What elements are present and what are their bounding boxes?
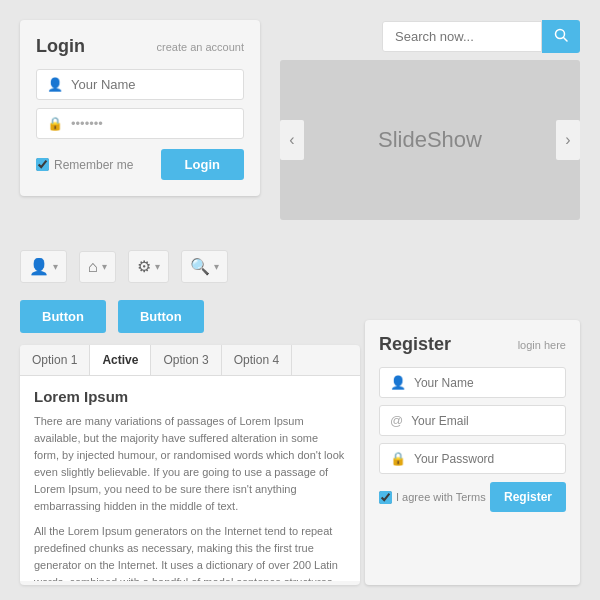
chevron-down-icon: ▾ — [53, 261, 58, 272]
reg-password-input[interactable] — [414, 452, 555, 466]
user-icon: 👤 — [390, 375, 406, 390]
remember-me-label[interactable]: Remember me — [36, 158, 133, 172]
reg-name-field: 👤 — [379, 367, 566, 398]
login-header: Login create an account — [36, 36, 244, 57]
search-button[interactable] — [542, 20, 580, 53]
chevron-down-icon: ▾ — [155, 261, 160, 272]
remember-text: Remember me — [54, 158, 133, 172]
tab-active[interactable]: Active — [90, 345, 151, 375]
user-icon: 👤 — [47, 77, 63, 92]
chevron-down-icon: ▾ — [214, 261, 219, 272]
login-title: Login — [36, 36, 85, 57]
content-title: Lorem Ipsum — [34, 388, 346, 405]
reg-footer: I agree with Terms Register — [379, 482, 566, 512]
login-footer: Remember me Login — [36, 149, 244, 180]
reg-password-field: 🔒 — [379, 443, 566, 474]
login-here-link[interactable]: login here — [518, 339, 566, 351]
register-button[interactable]: Register — [490, 482, 566, 512]
nav-icons: 👤 ▾ ⌂ ▾ ⚙ ▾ 🔍 ▾ — [20, 250, 228, 283]
home-nav-group[interactable]: ⌂ ▾ — [79, 251, 116, 283]
create-account-link[interactable]: create an account — [157, 41, 244, 53]
lock-icon: 🔒 — [390, 451, 406, 466]
slideshow-prev-button[interactable]: ‹ — [280, 120, 304, 160]
login-button[interactable]: Login — [161, 149, 244, 180]
register-header: Register login here — [379, 334, 566, 355]
button-1[interactable]: Button — [20, 300, 106, 333]
tab-option1[interactable]: Option 1 — [20, 345, 90, 375]
content-paragraph-1: There are many variations of passages of… — [34, 413, 346, 515]
agree-checkbox[interactable] — [379, 491, 392, 504]
reg-email-input[interactable] — [411, 414, 555, 428]
tab-option4[interactable]: Option 4 — [222, 345, 292, 375]
gear-icon: ⚙ — [137, 257, 151, 276]
slideshow-label: SlideShow — [378, 127, 482, 153]
search-icon: 🔍 — [190, 257, 210, 276]
svg-line-1 — [564, 38, 568, 42]
reg-email-field: @ — [379, 405, 566, 436]
agree-text: I agree with Terms — [396, 491, 486, 503]
username-input[interactable] — [71, 77, 233, 92]
slideshow-next-button[interactable]: › — [556, 120, 580, 160]
tabs-header: Option 1 Active Option 3 Option 4 — [20, 345, 360, 376]
tabs-panel: Option 1 Active Option 3 Option 4 Lorem … — [20, 345, 360, 585]
tab-option3[interactable]: Option 3 — [151, 345, 221, 375]
tabs-content: Lorem Ipsum There are many variations of… — [20, 376, 360, 581]
search-input[interactable] — [382, 21, 542, 52]
remember-checkbox[interactable] — [36, 158, 49, 171]
buttons-row: Button Button — [20, 300, 204, 333]
button-2[interactable]: Button — [118, 300, 204, 333]
home-icon: ⌂ — [88, 258, 98, 276]
search-nav-group[interactable]: 🔍 ▾ — [181, 250, 228, 283]
register-panel: Register login here 👤 @ 🔒 I agree with T… — [365, 320, 580, 585]
search-bar — [382, 20, 580, 53]
lock-icon: 🔒 — [47, 116, 63, 131]
chevron-down-icon: ▾ — [102, 261, 107, 272]
agree-terms-label[interactable]: I agree with Terms — [379, 491, 486, 504]
search-icon — [554, 28, 568, 42]
content-paragraph-2: All the Lorem Ipsum generators on the In… — [34, 523, 346, 581]
reg-name-input[interactable] — [414, 376, 555, 390]
email-icon: @ — [390, 413, 403, 428]
username-field: 👤 — [36, 69, 244, 100]
slideshow-panel: ‹ SlideShow › — [280, 60, 580, 220]
register-title: Register — [379, 334, 451, 355]
password-field: 🔒 — [36, 108, 244, 139]
login-panel: Login create an account 👤 🔒 Remember me … — [20, 20, 260, 196]
user-nav-group[interactable]: 👤 ▾ — [20, 250, 67, 283]
settings-nav-group[interactable]: ⚙ ▾ — [128, 250, 169, 283]
password-input[interactable] — [71, 116, 233, 131]
user-icon: 👤 — [29, 257, 49, 276]
